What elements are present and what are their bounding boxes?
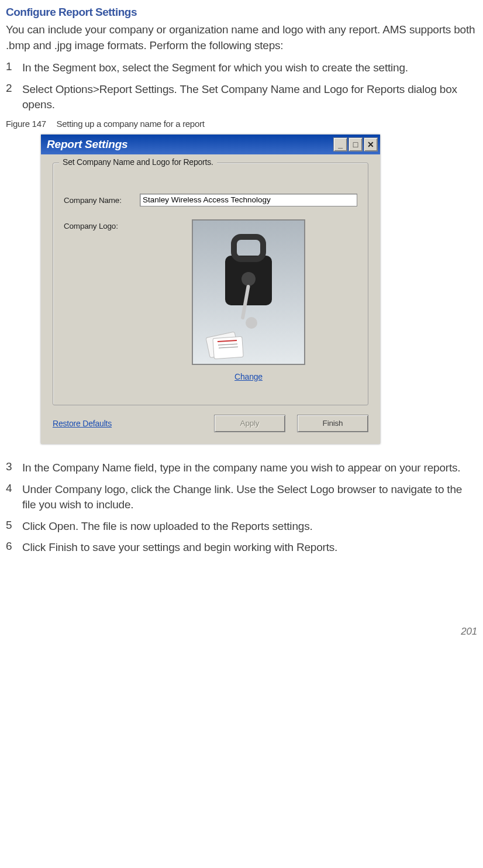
step-text: In the Segment box, select the Segment f… — [22, 60, 408, 76]
minimize-button[interactable]: _ — [333, 137, 347, 151]
steps-list-bottom: 3 In the Company Name field, type in the… — [6, 460, 477, 556]
step-number: 2 — [6, 82, 22, 113]
restore-defaults-link[interactable]: Restore Defaults — [53, 419, 202, 428]
group-box: Set Company Name and Logo for Reports. C… — [53, 163, 368, 405]
svg-point-5 — [246, 317, 257, 329]
step-text: Select Options>Report Settings. The Set … — [22, 82, 477, 113]
apply-button[interactable]: Apply — [214, 415, 285, 432]
company-logo-preview — [192, 219, 305, 365]
step-number: 6 — [6, 540, 22, 556]
finish-button[interactable]: Finish — [297, 415, 368, 432]
list-item: 3 In the Company Name field, type in the… — [6, 460, 477, 476]
company-logo-label: Company Logo: — [64, 219, 140, 230]
company-logo-row: Company Logo: — [64, 219, 357, 381]
step-number: 1 — [6, 60, 22, 76]
company-name-input[interactable] — [140, 194, 357, 206]
dialog-titlebar[interactable]: Report Settings _ □ ✕ — [41, 135, 380, 154]
figure-title: Setting up a company name for a report — [57, 119, 205, 129]
group-title: Set Company Name and Logo for Reports. — [59, 157, 217, 167]
dialog-title: Report Settings — [43, 138, 332, 151]
section-heading: Configure Report Settings — [6, 6, 477, 19]
list-item: 5 Click Open. The file is now uploaded t… — [6, 519, 477, 535]
svg-point-3 — [242, 272, 256, 286]
list-item: 2 Select Options>Report Settings. The Se… — [6, 82, 477, 113]
dialog-body: Set Company Name and Logo for Reports. C… — [41, 154, 380, 444]
step-number: 5 — [6, 519, 22, 535]
change-link[interactable]: Change — [234, 372, 263, 381]
step-text: In the Company Name field, type in the c… — [22, 460, 460, 476]
list-item: 4 Under Company logo, click the Change l… — [6, 482, 477, 513]
figure-number: Figure 147 — [6, 119, 46, 129]
steps-list-top: 1 In the Segment box, select the Segment… — [6, 60, 477, 113]
list-item: 6 Click Finish to save your settings and… — [6, 540, 477, 556]
step-text: Click Finish to save your settings and b… — [22, 540, 337, 556]
company-name-row: Company Name: — [64, 194, 357, 206]
company-name-label: Company Name: — [64, 194, 140, 205]
close-button[interactable]: ✕ — [364, 137, 378, 151]
step-text: Under Company logo, click the Change lin… — [22, 482, 477, 513]
maximize-button[interactable]: □ — [349, 137, 363, 151]
step-number: 4 — [6, 482, 22, 513]
figure-caption: Figure 147 Setting up a company name for… — [6, 119, 477, 129]
lock-image-icon — [193, 221, 304, 364]
page-number: 201 — [6, 626, 477, 638]
step-text: Click Open. The file is now uploaded to … — [22, 519, 313, 535]
list-item: 1 In the Segment box, select the Segment… — [6, 60, 477, 76]
report-settings-dialog: Report Settings _ □ ✕ Set Company Name a… — [41, 135, 380, 444]
intro-paragraph: You can include your company or organiza… — [6, 22, 477, 53]
dialog-footer: Restore Defaults Apply Finish — [53, 415, 368, 432]
step-number: 3 — [6, 460, 22, 476]
